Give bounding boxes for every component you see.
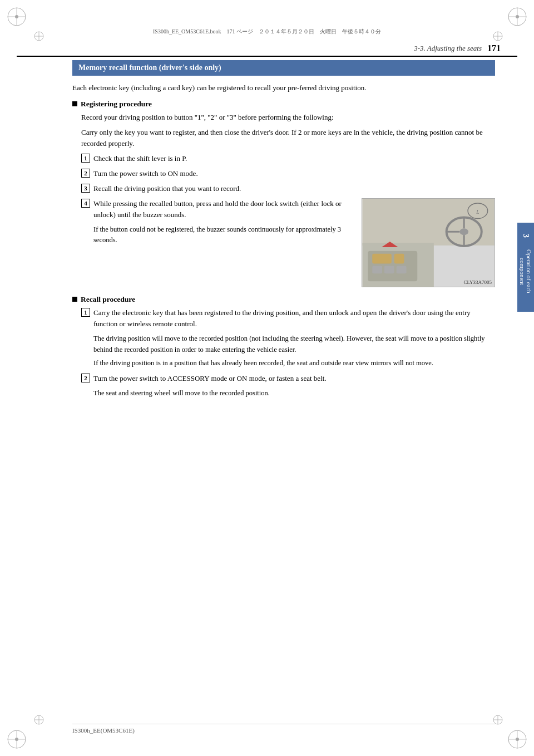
page-number: 171	[487, 43, 501, 53]
step-num-4: 4	[81, 199, 90, 208]
chapter-tab: 3 Operation of each component	[517, 223, 534, 312]
step4-image-side: L CLY33A7005	[362, 198, 495, 287]
registering-desc1: Record your driving position to button "…	[81, 112, 495, 124]
step4-text-side: 4 While pressing the recalled button, pr…	[81, 198, 356, 287]
reg-mark-ml	[33, 31, 44, 42]
recall-step2-note: The seat and steering wheel will move to…	[93, 388, 495, 399]
image-label: CLY33A7005	[463, 279, 492, 285]
recall-header: Recall procedure	[72, 295, 495, 304]
corner-decoration-tr	[506, 6, 528, 28]
reg-mark-mr	[492, 31, 503, 42]
recall-title: Recall procedure	[81, 295, 135, 304]
step-text-2: Turn the power switch to ON mode.	[93, 168, 495, 180]
recall-step-text-1: Carry the electronic key that has been r…	[93, 307, 495, 331]
svg-rect-23	[372, 253, 392, 263]
recall-step-text-2: Turn the power switch to ACCESSORY mode …	[93, 373, 495, 385]
svg-point-17	[459, 228, 468, 235]
svg-rect-24	[394, 253, 404, 263]
reg-step-1: 1 Check that the shift lever is in P.	[81, 153, 495, 165]
recall-step-num-1: 1	[81, 308, 90, 317]
step4-sub-note: If the button could not be registered, t…	[93, 224, 356, 246]
step-num-3: 3	[81, 184, 90, 193]
car-image: L CLY33A7005	[362, 198, 495, 287]
step-num-1: 1	[81, 154, 90, 163]
footer: IS300h_EE(OM53C61E)	[72, 724, 495, 734]
page-header: 3-3. Adjusting the seats 171	[17, 43, 517, 57]
reg-step-3: 3 Recall the driving position that you w…	[81, 183, 495, 195]
svg-rect-28	[397, 266, 407, 273]
step-text-4-main: While pressing the recalled button, pres…	[93, 198, 356, 222]
section-title: 3-3. Adjusting the seats	[17, 44, 487, 53]
reg-step-4: 4 While pressing the recalled button, pr…	[81, 198, 356, 222]
reg-step-2: 2 Turn the power switch to ON mode.	[81, 168, 495, 180]
recall-step-num-2: 2	[81, 374, 90, 382]
section-bullet	[72, 101, 77, 106]
recall-bullet	[72, 297, 77, 302]
step-text-1: Check that the shift lever is in P.	[93, 153, 495, 165]
corner-decoration-tl	[6, 6, 28, 28]
header-meta: IS300h_EE_OM53C61E.book 171 ページ ２０１４年５月２…	[72, 28, 462, 36]
memory-recall-title: Memory recall function (driver's side on…	[72, 60, 495, 76]
registering-desc2: Carry only the key you want to register,…	[81, 127, 495, 150]
chapter-number: 3	[521, 234, 530, 238]
corner-decoration-bl	[6, 728, 28, 750]
svg-rect-26	[372, 266, 382, 273]
footer-text: IS300h_EE(OM53C61E)	[72, 727, 135, 734]
svg-rect-27	[384, 266, 394, 273]
recall-step1-note1: The driving position will move to the re…	[93, 333, 495, 355]
svg-text:L: L	[476, 208, 479, 214]
corner-decoration-br	[506, 728, 528, 750]
recall-step-2: 2 Turn the power switch to ACCESSORY mod…	[81, 373, 495, 385]
step-text-3: Recall the driving position that you wan…	[93, 183, 495, 195]
intro-text: Each electronic key (including a card ke…	[72, 82, 495, 94]
recall-step1-note2: If the driving position is in a position…	[93, 358, 495, 369]
chapter-label: Operation of each component	[519, 242, 532, 301]
recall-step-1: 1 Carry the electronic key that has been…	[81, 307, 495, 331]
reg-mark-bl	[33, 714, 44, 725]
content-area: Memory recall function (driver's side on…	[72, 60, 495, 700]
step-num-2: 2	[81, 169, 90, 178]
svg-rect-15	[363, 199, 495, 246]
registering-title: Registering procedure	[81, 100, 152, 109]
registering-header: Registering procedure	[72, 100, 495, 109]
reg-step-4-container: 4 While pressing the recalled button, pr…	[81, 198, 495, 287]
